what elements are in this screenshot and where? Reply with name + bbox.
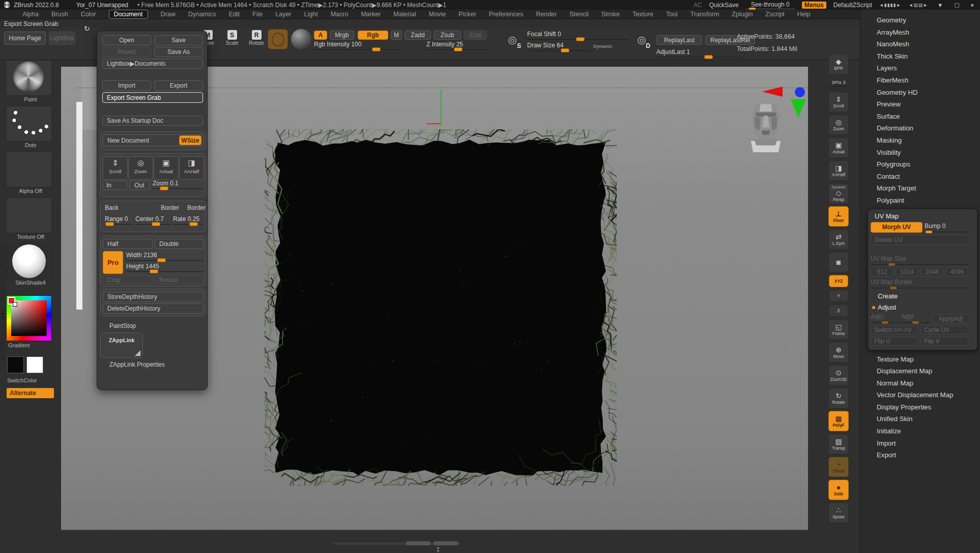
border2-button[interactable]: Border2 bbox=[187, 204, 206, 211]
right-shelf-button[interactable]: ◨ AAHalf bbox=[828, 160, 849, 181]
zadd-toggle[interactable]: Zadd bbox=[405, 31, 431, 40]
save-button[interactable]: Save bbox=[154, 35, 203, 45]
right-shelf-button[interactable]: ▣ Actual bbox=[828, 137, 849, 158]
right-shelf-button[interactable]: XYZ bbox=[829, 275, 848, 287]
right-shelf-button[interactable]: ◱ Frame bbox=[828, 319, 849, 340]
dynamic-mode-label[interactable]: Dynamic bbox=[593, 44, 613, 49]
right-shelf-button[interactable]: ⊥ Floor bbox=[828, 206, 849, 227]
double-button[interactable]: Double bbox=[155, 239, 204, 249]
right-shelf-button[interactable]: ▨ Transp bbox=[828, 434, 849, 454]
menu-item[interactable]: Zplugin bbox=[732, 11, 753, 18]
delete-uv-button[interactable]: Delete UV bbox=[871, 235, 968, 245]
tool-subpalette-item[interactable]: Polygroups bbox=[877, 158, 980, 171]
right-shelf-button[interactable]: ◆ BPR bbox=[828, 54, 849, 74]
wsize-toggle[interactable]: WSize bbox=[179, 135, 201, 145]
tool-subpalette-item[interactable]: Export bbox=[877, 449, 980, 461]
rgb-intensity-slider[interactable]: Rgb Intensity 100 bbox=[314, 41, 401, 50]
bottom-scroll-handle[interactable] bbox=[434, 541, 458, 545]
menu-item[interactable]: Macro bbox=[331, 11, 349, 18]
menu-item[interactable]: Picker bbox=[458, 11, 476, 18]
uv-map-size-slider[interactable]: UV Map Size bbox=[871, 255, 968, 265]
rate-slider[interactable]: Rate 0.25 bbox=[173, 215, 203, 225]
see-through-slider[interactable]: See-through 0 bbox=[746, 1, 795, 9]
doc-aahalf-button[interactable]: ◨AAHalf bbox=[179, 156, 204, 180]
home-page-button[interactable]: Home Page bbox=[4, 32, 46, 45]
menu-item[interactable]: Texture bbox=[632, 11, 653, 18]
uv-size-preset-button[interactable]: 4096 bbox=[945, 267, 968, 276]
menu-item[interactable]: Layer bbox=[275, 11, 291, 18]
menu-item[interactable]: Brush bbox=[51, 11, 68, 18]
mrgb-toggle[interactable]: Mrgb bbox=[330, 31, 354, 40]
bottom-scroll-handle[interactable] bbox=[406, 541, 430, 545]
right-shelf-button[interactable]: Y bbox=[829, 290, 848, 302]
doc-zoom-button[interactable]: ◎Zoom bbox=[128, 156, 153, 180]
tool-subpalette-item[interactable]: Displacement Map bbox=[877, 365, 980, 377]
range-slider[interactable]: Range 0 bbox=[105, 215, 132, 225]
right-shelf-button[interactable]: ▦ PolyF bbox=[828, 411, 849, 431]
hue-saturation-picker[interactable] bbox=[6, 295, 52, 341]
zapplink-button[interactable]: ZAppLink bbox=[100, 333, 143, 358]
tool-subpalette-item[interactable]: Unified Skin bbox=[877, 413, 980, 425]
tray-slot[interactable]: SkinShade4 bbox=[6, 243, 55, 286]
zcut-toggle[interactable]: Zcut bbox=[464, 31, 487, 40]
right-shelf-button[interactable]: ⇕ Scroll bbox=[828, 92, 849, 112]
right-shelf-button[interactable]: ◔ Ghost bbox=[828, 457, 849, 477]
painted-document[interactable] bbox=[265, 129, 617, 486]
tool-subpalette-item[interactable]: Geometry bbox=[877, 14, 980, 26]
menu-item[interactable]: Material bbox=[393, 11, 416, 18]
flip-u-button[interactable]: Flip U bbox=[871, 337, 918, 346]
tool-subpalette-item[interactable]: Deformation bbox=[877, 122, 980, 134]
menu-item[interactable]: Light bbox=[304, 11, 318, 18]
tool-subpalette-item[interactable]: Polypaint bbox=[877, 195, 980, 207]
tray-slot[interactable]: Dots bbox=[6, 106, 55, 148]
zoom-out-button[interactable]: Out bbox=[129, 181, 150, 190]
minimize-icon[interactable]: ▼ bbox=[935, 2, 945, 8]
menu-refresh-icon[interactable]: ↻ bbox=[84, 24, 90, 33]
zapplink-properties-button[interactable]: ZAppLink Properties bbox=[109, 361, 165, 368]
right-shelf-button[interactable]: ⊕ Move bbox=[828, 342, 849, 363]
material-preview[interactable] bbox=[291, 29, 311, 49]
right-shelf-button[interactable]: ↻ Rotate bbox=[828, 388, 849, 408]
center-slider[interactable]: Center 0.7 bbox=[135, 215, 171, 225]
replay-last-button[interactable]: ReplayLast bbox=[656, 35, 702, 45]
revert-button[interactable]: Revert bbox=[102, 47, 151, 57]
scale-gyro-button[interactable]: S Scale bbox=[222, 30, 242, 46]
color-picker[interactable]: Gradient bbox=[6, 295, 52, 348]
doc-scroll-button[interactable]: ⇕Scroll bbox=[103, 156, 128, 180]
tool-subpalette-item[interactable]: Geometry HD bbox=[877, 87, 980, 99]
tray-slot[interactable]: Alpha Off bbox=[6, 152, 55, 194]
close-icon[interactable]: × bbox=[969, 2, 976, 8]
menu-item[interactable]: Color bbox=[81, 11, 96, 18]
crop-button[interactable]: Crop bbox=[103, 275, 153, 284]
gradient-label[interactable]: Gradient bbox=[8, 342, 52, 348]
lightbox-documents-button[interactable]: Lightbox▶Documents bbox=[102, 59, 203, 69]
back-button[interactable]: Back bbox=[105, 204, 119, 211]
menu-item[interactable]: File bbox=[252, 11, 263, 18]
tool-subpalette-item[interactable]: Surface bbox=[877, 110, 980, 123]
right-shelf-button[interactable]: ∴ Xpose bbox=[828, 503, 849, 523]
import-button[interactable]: Import bbox=[102, 80, 151, 91]
menu-item[interactable]: Tool bbox=[666, 11, 678, 18]
adj-v-slider[interactable]: AdjV bbox=[901, 313, 930, 323]
menu-item[interactable]: Edit bbox=[229, 11, 240, 18]
menu-item[interactable]: Zscript bbox=[765, 11, 785, 18]
nav-dot-icon[interactable] bbox=[795, 87, 805, 97]
open-button[interactable]: Open bbox=[102, 35, 151, 45]
tray-slot[interactable]: Paint bbox=[6, 60, 55, 102]
main-color-swatch[interactable] bbox=[7, 356, 24, 373]
tool-subpalette-item[interactable]: FiberMesh bbox=[877, 74, 980, 87]
adjust-subpalette[interactable]: Adjust bbox=[871, 302, 974, 313]
tray-slot[interactable]: Texture Off bbox=[6, 198, 55, 240]
rgb-toggle[interactable]: Rgb bbox=[358, 31, 388, 40]
tool-subpalette-item[interactable]: Import bbox=[877, 437, 980, 450]
tool-subpalette-item[interactable]: Layers bbox=[877, 62, 980, 74]
tool-subpalette-item[interactable]: Texture Map bbox=[877, 353, 980, 366]
delete-depth-history-button[interactable]: DeleteDepthHistory bbox=[103, 303, 204, 314]
uv-size-preset-button[interactable]: 2048 bbox=[920, 267, 943, 276]
tool-subpalette-item[interactable]: Contact bbox=[877, 171, 980, 183]
menu-item[interactable]: Render bbox=[536, 11, 557, 18]
right-shelf-button[interactable]: ⇄ L.Sym bbox=[828, 229, 849, 250]
lightbox-button[interactable]: LightBox bbox=[49, 32, 75, 45]
border-button[interactable]: Border bbox=[161, 204, 179, 211]
secondary-color-swatch[interactable] bbox=[26, 356, 43, 373]
